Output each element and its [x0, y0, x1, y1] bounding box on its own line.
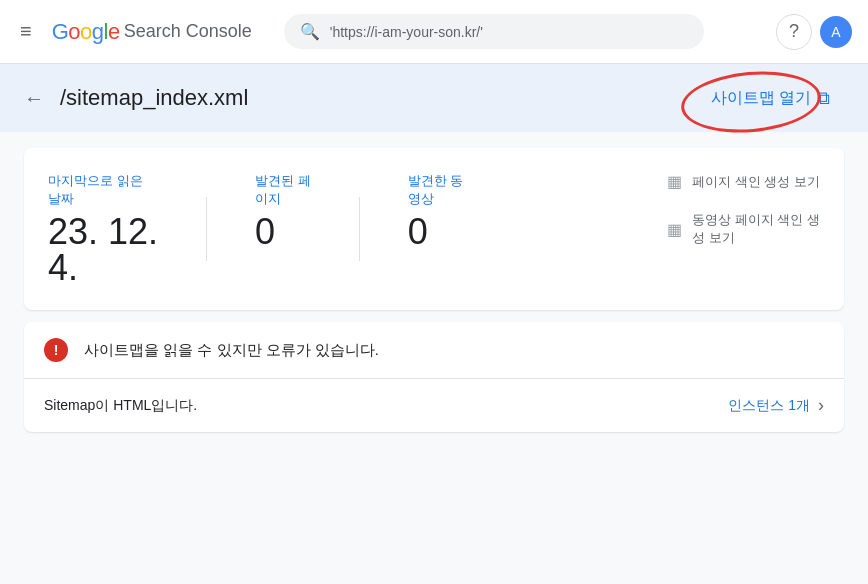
last-read-value: 23. 12.4.: [48, 214, 158, 286]
open-sitemap-label: 사이트맵 열기: [711, 88, 811, 109]
instance-count[interactable]: 인스턴스 1개: [728, 397, 810, 415]
main-content: 마지막으로 읽은날짜 23. 12.4. 발견된 페이지 0 발견한 동영상 0…: [0, 132, 868, 448]
back-button[interactable]: ←: [24, 87, 44, 110]
instance-row[interactable]: Sitemap이 HTML입니다. 인스턴스 1개 ›: [24, 379, 844, 432]
sub-header: ← /sitemap_index.xml 사이트맵 열기 ⧉: [0, 64, 868, 132]
discovered-videos-label: 발견한 동영상: [408, 172, 464, 208]
external-link-icon: ⧉: [817, 88, 830, 109]
divider-1: [206, 197, 207, 261]
help-button[interactable]: ?: [776, 14, 812, 50]
error-icon: !: [44, 338, 68, 362]
stats-card: 마지막으로 읽은날짜 23. 12.4. 발견된 페이지 0 발견한 동영상 0…: [24, 148, 844, 310]
report-link-videos[interactable]: ▦ 동영상 페이지 색인 생성 보기: [667, 211, 820, 247]
sub-header-left: ← /sitemap_index.xml: [24, 85, 248, 111]
report-link-pages[interactable]: ▦ 페이지 색인 생성 보기: [667, 172, 820, 191]
divider-2: [359, 197, 360, 261]
service-name: Search Console: [124, 21, 252, 42]
instance-actions: 인스턴스 1개 ›: [728, 395, 824, 416]
discovered-pages-value: 0: [255, 214, 311, 250]
report-videos-icon: ▦: [667, 220, 682, 239]
page-title: /sitemap_index.xml: [60, 85, 248, 111]
report-links: ▦ 페이지 색인 생성 보기 ▦ 동영상 페이지 색인 생성 보기: [667, 172, 820, 247]
error-card: ! 사이트맵을 읽을 수 있지만 오류가 있습니다. Sitemap이 HTML…: [24, 322, 844, 432]
last-read-label: 마지막으로 읽은날짜: [48, 172, 158, 208]
chevron-icon: ›: [818, 395, 824, 416]
stat-discovered-videos: 발견한 동영상 0: [408, 172, 464, 250]
logo-text: Google: [52, 19, 120, 45]
report-videos-label: 동영상 페이지 색인 생성 보기: [692, 211, 820, 247]
stat-discovered-pages: 발견된 페이지 0: [255, 172, 311, 250]
report-pages-label: 페이지 색인 생성 보기: [692, 173, 820, 191]
avatar[interactable]: A: [820, 16, 852, 48]
open-sitemap-button[interactable]: 사이트맵 열기 ⧉: [697, 80, 844, 117]
app-logo: Google Search Console: [52, 19, 252, 45]
menu-icon[interactable]: ≡: [16, 16, 36, 47]
discovered-pages-label: 발견된 페이지: [255, 172, 311, 208]
search-icon: 🔍: [300, 22, 320, 41]
app-header: ≡ Google Search Console 🔍 'https://i-am-…: [0, 0, 868, 64]
error-row: ! 사이트맵을 읽을 수 있지만 오류가 있습니다.: [24, 322, 844, 379]
search-value: 'https://i-am-your-son.kr/': [330, 24, 483, 40]
error-message: 사이트맵을 읽을 수 있지만 오류가 있습니다.: [84, 341, 379, 360]
instance-label: Sitemap이 HTML입니다.: [44, 397, 197, 415]
header-actions: ? A: [776, 14, 852, 50]
report-pages-icon: ▦: [667, 172, 682, 191]
discovered-videos-value: 0: [408, 214, 464, 250]
search-bar[interactable]: 🔍 'https://i-am-your-son.kr/': [284, 14, 704, 49]
stat-last-read: 마지막으로 읽은날짜 23. 12.4.: [48, 172, 158, 286]
